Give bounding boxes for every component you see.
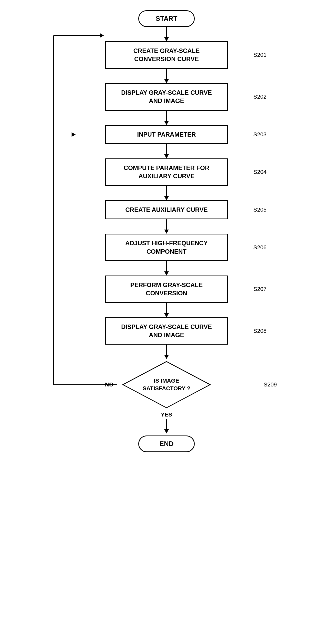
arrow-3 [164,111,169,125]
s203-label: S203 [253,131,267,138]
s208-label: S208 [253,328,267,334]
svg-marker-6 [100,33,104,38]
s208-node: DISPLAY GRAY-SCALE CURVEAND IMAGE [105,317,228,345]
s206-label: S206 [253,244,267,251]
s201-label: S201 [253,52,267,58]
s202-label: S202 [253,93,267,100]
arrow-9 [164,345,169,359]
s205-label: S205 [253,206,267,213]
svg-marker-0 [123,362,210,408]
feedback-svg [51,15,118,410]
yes-label: YES [161,411,172,418]
arrow-4 [164,144,169,158]
arrow-6 [164,219,169,234]
s201-node: CREATE GRAY-SCALECONVERSION CURVE [105,41,228,69]
s207-label: S207 [253,286,267,292]
svg-text:IS IMAGE: IS IMAGE [154,377,179,384]
end-node: END [138,435,195,452]
arrow-2 [164,69,169,83]
arrow-5 [164,186,169,200]
arrow-7 [164,261,169,276]
s206-node: ADJUST HIGH-FREQUENCYCOMPONENT [105,234,228,261]
flowchart: START CREATE GRAY-SCALECONVERSION CURVE … [51,10,282,452]
svg-text:SATISFACTORY ?: SATISFACTORY ? [143,385,190,392]
start-node: START [138,10,195,27]
arrow-10 [164,419,169,433]
s205-node: CREATE AUXILIARY CURVE [105,200,228,219]
s207-node: PERFORM GRAY-SCALECONVERSION [105,276,228,303]
s202-node: DISPLAY GRAY-SCALE CURVEAND IMAGE [105,83,228,111]
s209-label: S209 [264,381,277,388]
end-node-container: END [51,435,282,452]
s204-label: S204 [253,169,267,175]
yes-section: YES [161,411,172,433]
s204-node: COMPUTE PARAMETER FORAUXILIARY CURVE [105,158,228,186]
arrow-1 [164,27,169,41]
arrow-8 [164,303,169,317]
s209-diamond-svg: IS IMAGE SATISFACTORY ? [120,359,213,410]
s203-node: INPUT PARAMETER [105,125,228,144]
